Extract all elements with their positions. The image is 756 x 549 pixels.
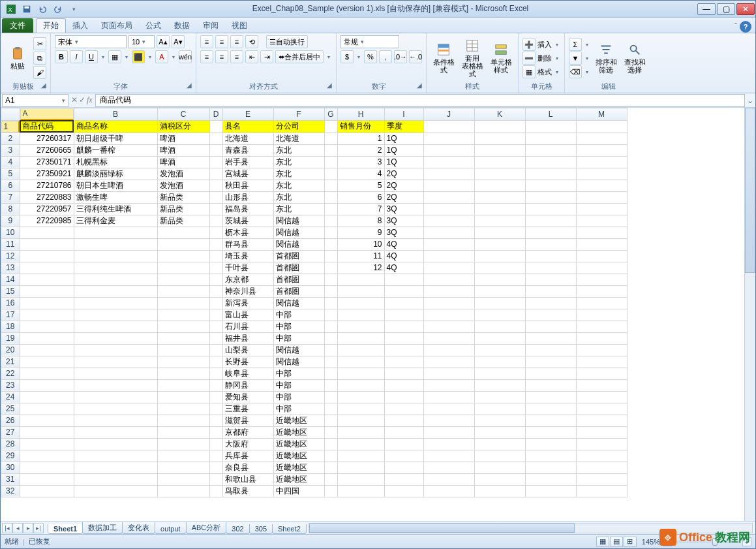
cell-G14[interactable] bbox=[324, 274, 337, 285]
cell-H19[interactable] bbox=[337, 332, 384, 344]
cell-L13[interactable] bbox=[525, 262, 576, 274]
cell-H6[interactable]: 5 bbox=[337, 180, 384, 191]
cell-B29[interactable] bbox=[74, 450, 157, 462]
cell-F8[interactable]: 东北 bbox=[273, 203, 324, 215]
cell-M5[interactable] bbox=[576, 168, 627, 180]
cell-K32[interactable] bbox=[474, 485, 525, 497]
cell-G20[interactable] bbox=[324, 344, 337, 356]
cell-J4[interactable] bbox=[423, 156, 474, 168]
cell-G29[interactable] bbox=[324, 450, 337, 462]
cell-A20[interactable] bbox=[20, 344, 74, 356]
cell-A5[interactable]: 27350921 bbox=[20, 168, 74, 180]
underline-button[interactable]: U bbox=[85, 50, 98, 63]
cell-I20[interactable] bbox=[384, 344, 423, 356]
cell-H17[interactable] bbox=[337, 309, 384, 321]
cell-J8[interactable] bbox=[423, 203, 474, 215]
cell-H31[interactable] bbox=[337, 473, 384, 485]
cell-I5[interactable]: 2Q bbox=[384, 168, 423, 180]
cell-D13[interactable] bbox=[209, 262, 222, 274]
cell-J29[interactable] bbox=[423, 450, 474, 462]
cell-L27[interactable] bbox=[525, 426, 576, 438]
cell-C8[interactable]: 新品类 bbox=[157, 203, 209, 215]
cell-I10[interactable]: 3Q bbox=[384, 227, 423, 238]
cell-J24[interactable] bbox=[423, 391, 474, 403]
normal-view-icon[interactable]: ▦ bbox=[596, 537, 609, 547]
sheet-nav-last-icon[interactable]: ▸| bbox=[33, 523, 44, 533]
cell-A24[interactable] bbox=[20, 391, 74, 403]
cell-I27[interactable] bbox=[384, 426, 423, 438]
cell-K6[interactable] bbox=[474, 180, 525, 191]
row-header-15[interactable]: 15 bbox=[1, 285, 20, 297]
cell-M1[interactable] bbox=[576, 120, 627, 133]
cell-E19[interactable]: 福井县 bbox=[222, 332, 273, 344]
cell-I32[interactable] bbox=[384, 485, 423, 497]
format-cells-icon[interactable]: ▦ bbox=[522, 65, 536, 78]
cell-F1[interactable]: 分公司 bbox=[273, 120, 324, 133]
tab-file[interactable]: 文件 bbox=[2, 18, 33, 33]
cell-C29[interactable] bbox=[157, 450, 209, 462]
align-bottom-icon[interactable]: ≡ bbox=[230, 35, 243, 48]
cell-L20[interactable] bbox=[525, 344, 576, 356]
cell-J31[interactable] bbox=[423, 473, 474, 485]
cell-J14[interactable] bbox=[423, 274, 474, 285]
cell-B26[interactable] bbox=[74, 415, 157, 426]
minimize-ribbon-icon[interactable]: ˇ bbox=[734, 22, 737, 31]
cell-D27[interactable] bbox=[209, 426, 222, 438]
cell-D18[interactable] bbox=[209, 321, 222, 332]
cell-H12[interactable]: 11 bbox=[337, 250, 384, 262]
cell-F25[interactable]: 中部 bbox=[273, 403, 324, 415]
cell-J10[interactable] bbox=[423, 227, 474, 238]
cell-M3[interactable] bbox=[576, 144, 627, 156]
cell-A4[interactable]: 27350171 bbox=[20, 156, 74, 168]
cell-L21[interactable] bbox=[525, 356, 576, 368]
row-header-14[interactable]: 14 bbox=[1, 274, 20, 285]
excel-icon[interactable]: X bbox=[5, 3, 18, 16]
cell-L8[interactable] bbox=[525, 203, 576, 215]
cell-M7[interactable] bbox=[576, 191, 627, 203]
cell-A21[interactable] bbox=[20, 356, 74, 368]
cell-C10[interactable] bbox=[157, 227, 209, 238]
cell-M9[interactable] bbox=[576, 215, 627, 227]
cell-J2[interactable] bbox=[423, 133, 474, 144]
cell-J1[interactable] bbox=[423, 120, 474, 133]
vertical-scrollbar[interactable] bbox=[744, 108, 755, 521]
cell-J27[interactable] bbox=[423, 426, 474, 438]
cell-L18[interactable] bbox=[525, 321, 576, 332]
cell-L9[interactable] bbox=[525, 215, 576, 227]
cell-C22[interactable] bbox=[157, 368, 209, 379]
cell-B22[interactable] bbox=[74, 368, 157, 379]
cell-B4[interactable]: 札幌黑标 bbox=[74, 156, 157, 168]
cell-G19[interactable] bbox=[324, 332, 337, 344]
cell-H23[interactable] bbox=[337, 379, 384, 391]
font-color-button[interactable]: A bbox=[155, 50, 168, 63]
cell-M23[interactable] bbox=[576, 379, 627, 391]
cell-M8[interactable] bbox=[576, 203, 627, 215]
tab-home[interactable]: 开始 bbox=[36, 18, 66, 33]
row-header-6[interactable]: 6 bbox=[1, 180, 20, 191]
cell-M14[interactable] bbox=[576, 274, 627, 285]
cell-K31[interactable] bbox=[474, 473, 525, 485]
percent-icon[interactable]: % bbox=[364, 50, 377, 63]
cell-A25[interactable] bbox=[20, 403, 74, 415]
font-launcher-icon[interactable]: ◢ bbox=[187, 82, 192, 89]
cell-J11[interactable] bbox=[423, 238, 474, 250]
row-header-18[interactable]: 18 bbox=[1, 321, 20, 332]
cell-H10[interactable]: 9 bbox=[337, 227, 384, 238]
cell-D20[interactable] bbox=[209, 344, 222, 356]
cell-M16[interactable] bbox=[576, 297, 627, 309]
cell-K2[interactable] bbox=[474, 133, 525, 144]
cell-A27[interactable] bbox=[20, 426, 74, 438]
row-header-21[interactable]: 21 bbox=[1, 356, 20, 368]
cell-K7[interactable] bbox=[474, 191, 525, 203]
cell-K3[interactable] bbox=[474, 144, 525, 156]
cell-F32[interactable]: 中四国 bbox=[273, 485, 324, 497]
cell-J9[interactable] bbox=[423, 215, 474, 227]
cell-M18[interactable] bbox=[576, 321, 627, 332]
cell-J26[interactable] bbox=[423, 415, 474, 426]
cell-D22[interactable] bbox=[209, 368, 222, 379]
find-select-button[interactable]: 查找和选择 bbox=[622, 37, 648, 80]
cancel-formula-icon[interactable]: ✕ bbox=[71, 95, 78, 105]
number-format-select[interactable]: 常规▾ bbox=[340, 35, 399, 48]
cell-E28[interactable]: 大阪府 bbox=[222, 438, 273, 450]
cell-F23[interactable]: 中部 bbox=[273, 379, 324, 391]
